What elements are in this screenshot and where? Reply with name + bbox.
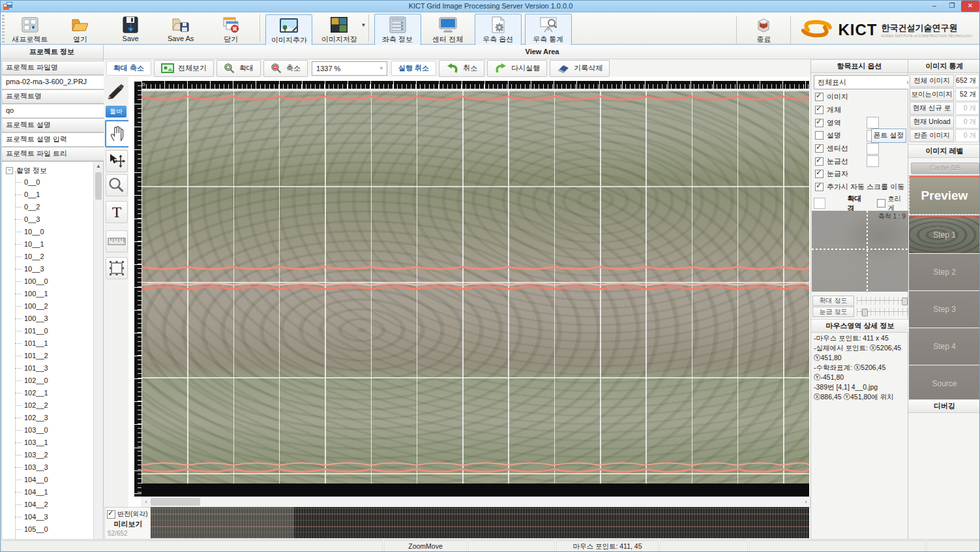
text-tool[interactable]: T [106,201,128,223]
tree-item-101__3[interactable]: 101__3 [2,362,93,375]
clear-history-button[interactable]: 기록삭제 [550,60,610,77]
close-project-button[interactable]: 닫기 [207,14,254,46]
tree-item-100__1[interactable]: 100__1 [2,288,93,300]
tree-item-10__3[interactable]: 10__3 [2,263,93,275]
add-image-button[interactable]: 이미지추가 [265,14,312,46]
stat-label-button[interactable]: 현재 Unload [910,115,954,129]
left-info-button[interactable]: 좌측 정보 [374,14,421,46]
project-filename-value[interactable]: pma-02-ma-3-600_2.PRJ [1,75,108,89]
tree-item-101__2[interactable]: 101__2 [2,350,93,362]
checkbox-icon[interactable] [815,170,824,178]
tree-item-102__1[interactable]: 102__1 [2,387,93,399]
ruler-tool[interactable] [106,230,128,253]
slider-thumb[interactable] [902,298,908,305]
slider-thumb[interactable] [862,309,868,316]
toolbar-toggle-button[interactable]: 툴바 [106,106,126,117]
tree-item-104__2[interactable]: 104__2 [2,498,93,511]
close-button[interactable]: ✕ [961,1,979,12]
tree-item-102__0[interactable]: 102__0 [2,375,93,387]
tree-root-node[interactable]: − 촬영 정보 [6,164,47,176]
preview-strip-minimap[interactable] [151,507,809,538]
zoom-level-button[interactable]: 확대 정도 [812,296,854,306]
option-check-영역[interactable]: 영역 [815,116,906,129]
level-thumb-step-4[interactable]: Step 4 [909,328,980,365]
level-thumb-step-3[interactable]: Step 3 [909,291,980,328]
tree-item-102__2[interactable]: 102__2 [2,399,93,412]
project-desc-value[interactable]: 프로젝트 설명 입력 [1,132,108,147]
invert-outline-checkbox[interactable]: 반전(외각) [107,510,148,519]
tree-item-103__1[interactable]: 103__1 [2,437,93,449]
tick-level-button[interactable]: 눈금 정도 [812,307,854,317]
zoom-level-slider[interactable] [857,297,908,305]
level-thumb-preview[interactable]: Preview [909,176,980,215]
image-canvas[interactable]: 0 ‹ › [128,77,810,507]
tree-item-102__3[interactable]: 102__3 [2,412,93,424]
scroll-left-icon[interactable]: ‹ [142,498,150,506]
stat-label-button[interactable]: 잔존 이미지 [910,129,954,142]
checkbox-icon[interactable] [815,183,824,191]
option-check-눈금자[interactable]: 눈금자 [815,168,906,181]
image-grid[interactable] [141,90,809,483]
hand-tool-active[interactable] [105,120,130,147]
tree-item-104__3[interactable]: 104__3 [2,511,93,523]
tree-item-10__0[interactable]: 10__0 [2,226,93,238]
save-button[interactable]: Save [107,14,154,46]
option-check-센터선[interactable]: 센터선 [815,142,906,155]
font-settings-button[interactable]: 폰트 설정 [871,129,906,143]
move-select-tool[interactable] [106,150,128,172]
option-check-추가시 자동 스크롤 이동[interactable]: 추가시 자동 스크롤 이동 [815,181,906,194]
cache-button[interactable]: Cache 0/5 [911,162,979,174]
restore-button[interactable]: ❐ [943,1,960,12]
save-image-button[interactable]: 이미지저장 ▼ [316,14,363,46]
tree-collapse-icon[interactable]: − [6,167,13,174]
tree-item-103__3[interactable]: 103__3 [2,461,93,474]
tree-item-100__3[interactable]: 100__3 [2,313,93,325]
tree-item-101__1[interactable]: 101__1 [2,337,93,350]
magnifier-color-swatch[interactable] [814,198,825,209]
color-swatch[interactable] [867,155,879,167]
checkbox-icon[interactable] [107,510,115,519]
display-mode-select[interactable]: 전체표시 ˅ [814,75,913,89]
color-swatch[interactable] [867,143,879,155]
tree-item-100__2[interactable]: 100__2 [2,300,93,313]
zoom-in-button[interactable]: 확대 [216,60,261,77]
checkbox-icon[interactable] [815,93,824,101]
option-check-개체[interactable]: 개체 [815,104,906,117]
tree-item-104__0[interactable]: 104__0 [2,474,93,486]
dropdown-arrow-icon[interactable]: ▼ [361,22,366,28]
level-thumb-step-2[interactable]: Step 2 [909,254,980,290]
zoom-percent-select[interactable]: 1337 % ˅ [312,61,387,76]
zoom-out-button[interactable]: 축소 [263,60,308,77]
right-stats-button[interactable]: 우측 통계 [525,14,572,46]
new-project-button[interactable]: 새프로젝트 [7,14,53,46]
tree-item-101__0[interactable]: 101__0 [2,325,93,337]
scrollbar-thumb[interactable] [151,498,200,506]
tree-item-0__2[interactable]: 0__2 [2,201,93,213]
scrollbar-thumb[interactable] [95,172,102,200]
checkbox-icon[interactable] [815,157,824,166]
blur-checkbox[interactable]: 흐리게 [877,194,906,213]
marker-tool[interactable] [106,80,126,100]
checkbox-icon[interactable] [877,199,885,207]
region-select-tool[interactable] [106,257,128,279]
right-options-button[interactable]: 우측 옵션 [475,14,522,46]
checkbox-icon[interactable] [815,119,824,127]
tree-item-100__0[interactable]: 100__0 [2,275,93,288]
tree-item-10__2[interactable]: 10__2 [2,251,93,263]
tree-item-0__1[interactable]: 0__1 [2,189,93,201]
tree-item-103__0[interactable]: 103__0 [2,424,93,437]
stat-label-button[interactable]: 전체 이미지 [910,74,954,87]
exit-button[interactable]: 종료 [740,14,787,46]
scroll-up-icon[interactable]: ▲ [94,162,103,172]
tree-item-0__3[interactable]: 0__3 [2,213,93,226]
redo-button[interactable]: 다시실행 [487,60,547,77]
save-as-button[interactable]: Save As [157,14,204,46]
scroll-right-icon[interactable]: › [802,498,810,506]
open-button[interactable]: 열기 [57,14,104,46]
stat-label-button[interactable]: 보이는이미지 [910,88,954,101]
center-full-button[interactable]: 센터 전체 [424,14,471,46]
option-check-눈금선[interactable]: 눈금선 [815,155,906,168]
option-check-이미지[interactable]: 이미지 [815,91,906,104]
tree-item-0__0[interactable]: 0__0 [2,176,93,189]
minimize-button[interactable]: – [926,1,943,12]
